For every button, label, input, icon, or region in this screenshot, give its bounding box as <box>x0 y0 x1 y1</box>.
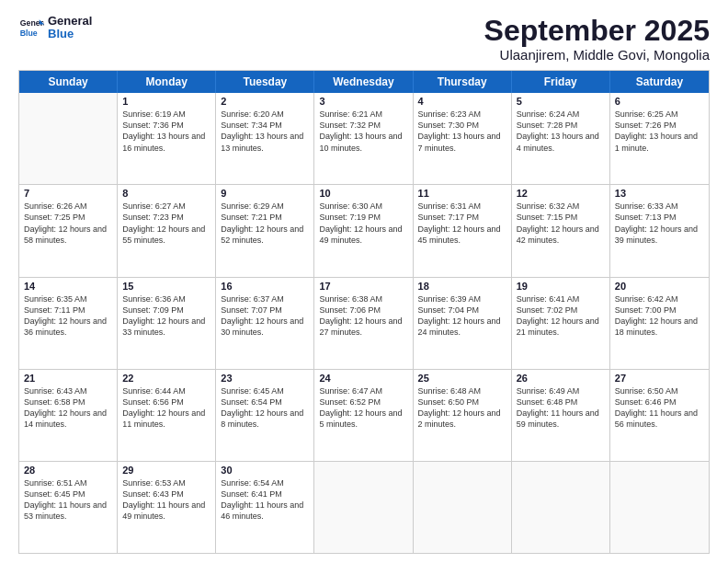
cell-info-line: Sunrise: 6:30 AM <box>319 201 407 212</box>
cell-info-line: Daylight: 11 hours and 46 minutes. <box>221 500 309 522</box>
cell-info-line: Sunset: 6:41 PM <box>221 488 309 500</box>
cell-info-line: Sunrise: 6:51 AM <box>24 477 112 488</box>
calendar-header-day: Thursday <box>414 71 512 93</box>
calendar-header-day: Monday <box>118 71 216 93</box>
calendar-cell: 30Sunrise: 6:54 AMSunset: 6:41 PMDayligh… <box>216 462 314 553</box>
cell-info-line: Sunrise: 6:20 AM <box>221 109 309 120</box>
cell-info-line: Sunset: 6:48 PM <box>517 396 605 408</box>
calendar-header-day: Tuesday <box>216 71 314 93</box>
calendar-cell <box>610 462 709 553</box>
cell-info-line: Sunset: 7:26 PM <box>615 120 704 131</box>
day-number: 5 <box>517 96 605 107</box>
cell-info-line: Sunrise: 6:33 AM <box>615 201 704 212</box>
calendar-header-day: Friday <box>512 71 610 93</box>
cell-info-line: Daylight: 12 hours and 21 minutes. <box>517 316 605 338</box>
calendar-cell: 14Sunrise: 6:35 AMSunset: 7:11 PMDayligh… <box>19 278 118 369</box>
cell-info-line: Sunset: 6:45 PM <box>24 488 112 500</box>
calendar-cell: 1Sunrise: 6:19 AMSunset: 7:36 PMDaylight… <box>118 93 216 184</box>
cell-info-line: Sunset: 6:52 PM <box>319 396 407 408</box>
day-number: 9 <box>221 188 309 199</box>
calendar-cell: 8Sunrise: 6:27 AMSunset: 7:23 PMDaylight… <box>118 185 216 276</box>
cell-info-line: Daylight: 11 hours and 56 minutes. <box>615 408 704 430</box>
calendar-cell: 29Sunrise: 6:53 AMSunset: 6:43 PMDayligh… <box>118 462 216 553</box>
calendar-cell: 23Sunrise: 6:45 AMSunset: 6:54 PMDayligh… <box>216 370 314 461</box>
cell-info-line: Sunrise: 6:41 AM <box>517 293 605 304</box>
calendar-body: 1Sunrise: 6:19 AMSunset: 7:36 PMDaylight… <box>19 93 709 553</box>
calendar-cell: 21Sunrise: 6:43 AMSunset: 6:58 PMDayligh… <box>19 370 118 461</box>
day-number: 14 <box>24 281 112 292</box>
day-number: 18 <box>418 281 506 292</box>
cell-info-line: Daylight: 12 hours and 27 minutes. <box>319 316 407 338</box>
calendar-cell: 25Sunrise: 6:48 AMSunset: 6:50 PMDayligh… <box>414 370 512 461</box>
day-number: 15 <box>122 281 210 292</box>
cell-info-line: Daylight: 12 hours and 8 minutes. <box>221 408 309 430</box>
title-block: September 2025 Ulaanjirem, Middle Govi, … <box>484 15 710 63</box>
cell-info-line: Sunset: 7:04 PM <box>418 304 506 316</box>
day-number: 3 <box>319 96 407 107</box>
calendar-cell: 18Sunrise: 6:39 AMSunset: 7:04 PMDayligh… <box>414 278 512 369</box>
cell-info-line: Sunrise: 6:39 AM <box>418 293 506 304</box>
cell-info-line: Daylight: 12 hours and 30 minutes. <box>221 316 309 338</box>
day-number: 21 <box>24 373 112 384</box>
day-number: 28 <box>24 465 112 476</box>
cell-info-line: Sunrise: 6:54 AM <box>221 477 309 488</box>
calendar-cell: 6Sunrise: 6:25 AMSunset: 7:26 PMDaylight… <box>610 93 709 184</box>
cell-info-line: Sunset: 7:09 PM <box>122 304 210 316</box>
day-number: 17 <box>319 281 407 292</box>
cell-info-line: Sunset: 7:00 PM <box>615 304 704 316</box>
logo-line1: General <box>48 15 92 28</box>
calendar-cell <box>314 462 413 553</box>
cell-info-line: Sunrise: 6:26 AM <box>24 201 112 212</box>
cell-info-line: Daylight: 12 hours and 45 minutes. <box>418 224 506 246</box>
cell-info-line: Sunset: 6:43 PM <box>122 488 210 500</box>
calendar-cell: 7Sunrise: 6:26 AMSunset: 7:25 PMDaylight… <box>19 185 118 276</box>
calendar-cell: 22Sunrise: 6:44 AMSunset: 6:56 PMDayligh… <box>118 370 216 461</box>
cell-info-line: Sunset: 7:11 PM <box>24 304 112 316</box>
calendar-cell: 5Sunrise: 6:24 AMSunset: 7:28 PMDaylight… <box>512 93 610 184</box>
cell-info-line: Sunrise: 6:35 AM <box>24 293 112 304</box>
cell-info-line: Sunset: 7:21 PM <box>221 212 309 223</box>
cell-info-line: Sunset: 6:56 PM <box>122 396 210 408</box>
calendar-header-day: Sunday <box>19 71 118 93</box>
day-number: 19 <box>517 281 605 292</box>
cell-info-line: Sunrise: 6:53 AM <box>122 477 210 488</box>
cell-info-line: Daylight: 13 hours and 10 minutes. <box>319 131 407 153</box>
cell-info-line: Sunrise: 6:23 AM <box>418 109 506 120</box>
day-number: 8 <box>122 188 210 199</box>
calendar-header: SundayMondayTuesdayWednesdayThursdayFrid… <box>19 71 709 93</box>
day-number: 4 <box>418 96 506 107</box>
calendar-cell <box>414 462 512 553</box>
calendar-cell: 17Sunrise: 6:38 AMSunset: 7:06 PMDayligh… <box>314 278 413 369</box>
cell-info-line: Sunrise: 6:43 AM <box>24 385 112 396</box>
calendar-cell: 19Sunrise: 6:41 AMSunset: 7:02 PMDayligh… <box>512 278 610 369</box>
cell-info-line: Daylight: 12 hours and 14 minutes. <box>24 408 112 430</box>
cell-info-line: Sunset: 7:17 PM <box>418 212 506 223</box>
calendar-cell: 3Sunrise: 6:21 AMSunset: 7:32 PMDaylight… <box>314 93 413 184</box>
cell-info-line: Daylight: 13 hours and 4 minutes. <box>517 131 605 153</box>
cell-info-line: Sunrise: 6:45 AM <box>221 385 309 396</box>
cell-info-line: Sunset: 7:02 PM <box>517 304 605 316</box>
calendar-cell <box>19 93 118 184</box>
cell-info-line: Sunset: 7:19 PM <box>319 212 407 223</box>
day-number: 24 <box>319 373 407 384</box>
cell-info-line: Sunset: 7:15 PM <box>517 212 605 223</box>
calendar-header-day: Wednesday <box>314 71 413 93</box>
day-number: 27 <box>615 373 704 384</box>
cell-info-line: Sunset: 7:13 PM <box>615 212 704 223</box>
cell-info-line: Sunrise: 6:29 AM <box>221 201 309 212</box>
day-number: 25 <box>418 373 506 384</box>
logo-line2: Blue <box>48 28 92 40</box>
cell-info-line: Sunset: 6:54 PM <box>221 396 309 408</box>
day-number: 7 <box>24 188 112 199</box>
calendar-cell: 13Sunrise: 6:33 AMSunset: 7:13 PMDayligh… <box>610 185 709 276</box>
cell-info-line: Sunrise: 6:27 AM <box>122 201 210 212</box>
cell-info-line: Sunset: 7:30 PM <box>418 120 506 131</box>
cell-info-line: Sunrise: 6:38 AM <box>319 293 407 304</box>
cell-info-line: Sunrise: 6:19 AM <box>122 109 210 120</box>
calendar-cell: 10Sunrise: 6:30 AMSunset: 7:19 PMDayligh… <box>314 185 413 276</box>
cell-info-line: Daylight: 11 hours and 49 minutes. <box>122 500 210 522</box>
calendar-cell: 12Sunrise: 6:32 AMSunset: 7:15 PMDayligh… <box>512 185 610 276</box>
cell-info-line: Sunrise: 6:44 AM <box>122 385 210 396</box>
calendar-cell: 20Sunrise: 6:42 AMSunset: 7:00 PMDayligh… <box>610 278 709 369</box>
location-title: Ulaanjirem, Middle Govi, Mongolia <box>484 47 710 63</box>
